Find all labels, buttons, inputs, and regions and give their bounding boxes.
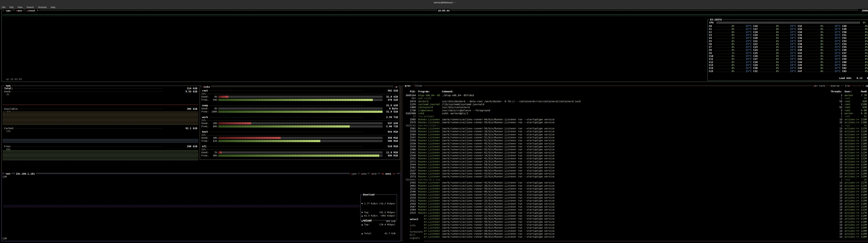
proc-row[interactable]: 2547Runner.Listener/work/runners/actions… [402, 136, 868, 139]
proc-row[interactable]: 2559Runner.Listener/work/runners/actions… [402, 139, 868, 142]
proc-row[interactable]: 2524Runner.Listener/work/runners/actions… [402, 145, 868, 148]
proc-mem: 115M [856, 233, 867, 235]
proc-row[interactable]: 2575Runner.Listener/work/runners/actions… [402, 121, 868, 124]
preset-button[interactable]: preset * [26, 9, 39, 12]
proc-row[interactable]: 2573Runner.Listener/work/runners/actions… [402, 175, 868, 178]
proc-row[interactable]: 2533Runner.Listener/work/runners/actions… [402, 196, 868, 199]
menu-edit[interactable]: Edit [9, 6, 13, 8]
proc-sort-selector[interactable]: < cpu lazy > [862, 84, 868, 87]
update-interval[interactable]: - 2000ms + [858, 9, 868, 12]
core-name: C32 [798, 25, 802, 28]
proc-tree-toggle[interactable]: tree [844, 84, 851, 87]
proc-row[interactable]: 2520Runner.Listener/work/runners/actions… [402, 130, 868, 133]
proc-row[interactable]: 2602Runner.Listener/work/runners/actions… [402, 184, 868, 187]
proc-threads: 13 [827, 163, 842, 166]
net-sync-toggle[interactable]: sync [350, 172, 358, 175]
core-temp: 22°C [785, 52, 796, 55]
core-usage: 0% [816, 37, 824, 39]
proc-row[interactable]: 1969containerd/usr/bin/containerd52root4… [402, 106, 868, 109]
menu-button[interactable]: menu [15, 9, 23, 12]
proc-row[interactable]: 2567Runner.Listener/work/runners/actions… [402, 205, 868, 208]
proc-row[interactable]: 2592Runner.Listener/work/runners/actions… [402, 181, 868, 184]
menu-help[interactable]: Help [51, 6, 55, 8]
disk-name: root [202, 89, 209, 92]
proc-row[interactable]: 2530Runner.Listener/work/runners/actions… [402, 154, 868, 157]
select-key[interactable]: select [410, 218, 418, 221]
proc-row[interactable]: 2544Runner.Listener/work/runners/actions… [402, 163, 868, 166]
signals-key[interactable]: signals [410, 237, 420, 239]
net-auto-toggle[interactable]: auto [360, 172, 367, 175]
proc-row[interactable]: 2507Runner.Listener/work/runners/actions… [402, 220, 868, 223]
disk-io-label: IO% [202, 119, 206, 122]
menu-view[interactable]: View [18, 6, 22, 8]
proc-row[interactable]: 2541Runner.Listener/work/runners/actions… [402, 151, 868, 154]
proc-row[interactable]: 3162908sshdsshd: werner@pts/11werner9.1M… [402, 112, 868, 115]
proc-mem: 118M [856, 166, 867, 169]
proc-row[interactable]: 2584Runner.Listener/work/runners/actions… [402, 208, 868, 211]
proc-row[interactable]: 2569Runner.Listener/work/runners/actions… [402, 133, 868, 136]
proc-row[interactable]: 3689164btop-x86_64--85./btop-x86_64--85f… [402, 94, 868, 97]
proc-row[interactable]: 3929242kworker/u128:1-e1root0B0.0 [402, 124, 868, 127]
proc-row[interactable]: 2518Runner.Listener/work/runners/actions… [402, 233, 868, 235]
proc-row[interactable]: 2527Runner.Listener/work/runners/actions… [402, 169, 868, 172]
proc-row[interactable]: 2565Runner.Listener/work/runners/actions… [402, 118, 868, 121]
proc-row[interactable]: 2512Runner.Listener/work/runners/actions… [402, 187, 868, 190]
proc-row[interactable]: 3924041kworker/0:1-eve1root0B0.0 [402, 178, 868, 181]
proc-row[interactable]: 2515Runner.Listener/work/runners/actions… [402, 211, 868, 214]
terminate-key[interactable]: terminate [410, 230, 423, 233]
proc-row[interactable]: 2552Runner.Listener/work/runners/actions… [402, 157, 868, 160]
menu-file[interactable]: File [2, 6, 5, 8]
core-row: C490%22°C [842, 28, 868, 31]
proc-row[interactable]: 2538Runner.Listener/work/runners/actions… [402, 142, 868, 145]
proc-row[interactable]: 2974dockerd/usr/bin/dockerd --data-root … [402, 100, 868, 103]
kill-key[interactable]: kill [410, 234, 415, 236]
proc-mem: 116M [856, 145, 867, 148]
proc-row[interactable]: 2536Runner.Listener/work/runners/actions… [402, 214, 868, 217]
proc-row[interactable]: 2563Runner.Listener/work/runners/actions… [402, 223, 868, 226]
proc-command: /work/runners/actions-runner-41/bin/Runn… [442, 157, 815, 160]
enter-icon[interactable]: ↵ [410, 227, 411, 230]
mem-used-pct: 3% [6, 93, 9, 96]
proc-row[interactable]: 2596Runner.Listener/work/runners/actions… [402, 230, 868, 233]
core-row: C270%24°C [753, 58, 796, 61]
proc-row[interactable]: 2598Runner.Listener/work/runners/actions… [402, 193, 868, 196]
proc-filter-button[interactable]: filter [413, 84, 424, 87]
proc-row[interactable]: 982md0_raid11root0B0.0 [402, 97, 868, 100]
proc-row[interactable]: 17rcu_preempt1root0B0.0 [402, 115, 868, 118]
core-row: C580%23°C [842, 55, 868, 58]
menu-terminal[interactable]: Terminal [38, 6, 46, 8]
disks-io-button[interactable]: io [394, 85, 398, 88]
core-temp: 22°C [785, 31, 796, 34]
cpu-box-title[interactable]: 1cpu [4, 9, 11, 12]
proc-row[interactable]: 2546Runner.Listener/work/runners/actions… [402, 190, 868, 193]
proc-row[interactable]: 2521Runner.Listener/work/runners/actions… [402, 199, 868, 202]
proc-percore-toggle[interactable]: per-core [812, 84, 826, 87]
proc-row[interactable]: 2542Runner.Listener/work/runners/actions… [402, 226, 868, 229]
proc-reverse-toggle[interactable]: reverse [829, 84, 840, 87]
core-name: C45 [798, 64, 802, 67]
mem-available-graph [3, 111, 198, 125]
proc-row[interactable]: 2556Runner.Listener/work/runners/actions… [402, 172, 868, 175]
proc-row[interactable]: 1736irqbalance/usr/sbin/irqbalance --for… [402, 109, 868, 112]
proc-row[interactable]: 2550Runner.Listener/work/runners/actions… [402, 202, 868, 205]
proc-row[interactable]: 2581Runner.Listener/work/runners/actions… [402, 127, 868, 130]
down-arrow-icon[interactable]: ↓ [410, 221, 411, 224]
proc-row[interactable]: 2586Runner.Listener/work/runners/actions… [402, 148, 868, 151]
proc-row[interactable]: 2571Runner.Listener/work/runners/actions… [402, 160, 868, 163]
core-usage: 0% [861, 61, 868, 64]
proc-header-row: Pid: Program: Command: Threads: User: Me… [402, 90, 868, 93]
menu-search[interactable]: Search [27, 6, 34, 8]
proc-threads: 1 [827, 103, 842, 106]
net-box-title[interactable]: 3net [4, 172, 11, 175]
proc-row[interactable]: 1155systemd-journal/lib/systemd/systemd-… [402, 103, 868, 106]
core-temp: 22°C [785, 28, 796, 31]
net-zero-toggle[interactable]: zero [370, 172, 377, 175]
net-iface-selector[interactable]: <b eno1 n> [380, 172, 397, 175]
proc-pid: 3924041 [405, 178, 416, 181]
core-row: C590%24°C [842, 58, 868, 61]
proc-row[interactable]: 2578Runner.Listener/work/runners/actions… [402, 217, 868, 220]
core-usage: 0% [816, 55, 824, 58]
info-key[interactable]: info [410, 224, 415, 227]
proc-row[interactable]: 2554Runner.Listener/work/runners/actions… [402, 235, 868, 238]
proc-row[interactable]: 2562Runner.Listener/work/runners/actions… [402, 166, 868, 169]
